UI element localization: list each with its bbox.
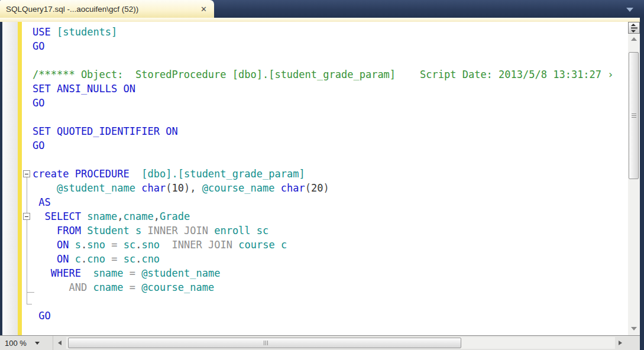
zoom-dropdown-icon <box>35 342 40 345</box>
scroll-right-icon[interactable] <box>619 341 622 345</box>
vertical-scroll-thumb[interactable] <box>629 52 639 179</box>
selection-margin[interactable] <box>2 22 18 335</box>
code-line <box>33 110 614 124</box>
code-lines[interactable]: USE [students]GO /****** Object: StoredP… <box>33 25 614 323</box>
code-line <box>33 153 614 167</box>
code-line: GO <box>33 39 614 53</box>
splitter-icon <box>631 24 637 33</box>
close-icon[interactable]: ✕ <box>200 5 207 13</box>
tab-title: SQLQuery17.sql -...aocuifen\gcf (52)) <box>6 5 196 14</box>
code-line: /****** Object: StoredProcedure [dbo].[s… <box>33 67 614 82</box>
tab-sqlquery17[interactable]: SQLQuery17.sql -...aocuifen\gcf (52)) ✕ <box>0 0 214 18</box>
code-line: AS <box>33 195 614 209</box>
ssms-query-window: SQLQuery17.sql -...aocuifen\gcf (52)) ✕ … <box>0 0 644 350</box>
code-line: GO <box>33 138 614 153</box>
horizontal-scroll-thumb[interactable] <box>68 338 461 348</box>
fold-toggle-create-procedure[interactable] <box>23 170 30 177</box>
vertical-scrollbar[interactable] <box>628 22 640 335</box>
code-line: ON c.cno = sc.cno <box>33 252 614 266</box>
code-line: SET QUOTED_IDENTIFIER ON <box>33 124 614 138</box>
scroll-down-icon[interactable] <box>631 327 637 330</box>
split-window-handle[interactable] <box>628 22 640 34</box>
scroll-left-icon[interactable] <box>58 341 62 345</box>
code-line: USE [students] <box>33 25 614 39</box>
status-bar: 100 % <box>0 335 640 350</box>
change-tracking-bar <box>18 22 22 335</box>
sql-editor[interactable]: USE [students]GO /****** Object: StoredP… <box>2 22 628 335</box>
editor-top-strip <box>0 18 640 22</box>
code-line: create PROCEDURE [dbo].[student_grade_pa… <box>33 167 614 181</box>
thumb-grip-icon <box>264 341 269 345</box>
fold-line-outer-end <box>27 304 32 304</box>
tab-list-dropdown-icon[interactable] <box>626 8 633 12</box>
zoom-selector[interactable]: 100 % <box>0 336 53 350</box>
window-border-right <box>640 18 644 350</box>
fold-line-inner <box>27 220 27 292</box>
code-line: @student_name char(10), @course_name cha… <box>33 181 614 195</box>
horizontal-scrollbar[interactable] <box>66 337 615 349</box>
code-line <box>33 294 614 309</box>
thumb-grip-icon <box>632 114 636 119</box>
code-line: WHERE sname = @student_name <box>33 266 614 280</box>
code-line <box>33 53 614 67</box>
code-line: GO <box>33 96 614 110</box>
code-line: AND cname = @course_name <box>33 280 614 294</box>
tab-bar: SQLQuery17.sql -...aocuifen\gcf (52)) ✕ <box>0 0 644 18</box>
scroll-up-icon[interactable] <box>631 37 637 41</box>
code-line: GO <box>33 309 614 323</box>
code-line: FROM Student s INNER JOIN enroll sc <box>33 223 614 238</box>
code-line: ON s.sno = sc.sno INNER JOIN course c <box>33 238 614 252</box>
zoom-value: 100 % <box>5 339 27 348</box>
fold-toggle-select-block[interactable] <box>23 213 30 220</box>
code-line: SELECT sname,cname,Grade <box>33 209 614 223</box>
code-line: SET ANSI_NULLS ON <box>33 82 614 96</box>
